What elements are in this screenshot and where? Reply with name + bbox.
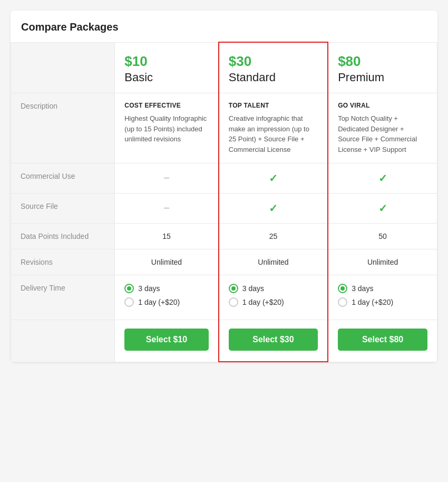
standard-3day-radio[interactable]	[229, 284, 238, 293]
header-standard-cell: $30 Standard	[219, 42, 328, 93]
standard-name: Standard	[229, 71, 318, 84]
button-label-cell	[11, 320, 115, 362]
basic-3day-row[interactable]: 3 days	[124, 284, 209, 293]
source-file-label: Source File	[11, 194, 115, 224]
basic-button-cell: Select $10	[115, 320, 219, 362]
standard-1day-label: 1 day (+$20)	[242, 298, 284, 306]
basic-desc-text: Highest Quality Infographic (up to 15 Po…	[124, 113, 209, 144]
standard-commercial: ✓	[219, 163, 328, 194]
premium-source: ✓	[328, 194, 437, 224]
basic-commercial: –	[115, 163, 219, 194]
data-points-row: Data Points Included 15 25 50	[11, 224, 437, 249]
premium-3day-row[interactable]: 3 days	[338, 284, 427, 293]
compare-packages-container: Compare Packages $10 Basic $30 Standard …	[11, 11, 437, 362]
basic-desc-cell: COST EFFECTIVE Highest Quality Infograph…	[115, 93, 219, 163]
premium-source-check: ✓	[378, 203, 387, 214]
standard-commercial-check: ✓	[269, 172, 278, 184]
standard-desc-title: TOP TALENT	[229, 102, 318, 109]
commercial-use-label: Commercial Use	[11, 163, 115, 194]
basic-source-dash: –	[164, 202, 169, 213]
select-premium-button[interactable]: Select $80	[338, 329, 427, 351]
standard-source: ✓	[219, 194, 328, 224]
standard-revisions: Unlimited	[219, 249, 328, 275]
premium-desc-cell: GO VIRAL Top Notch Quality + Dedicated D…	[328, 93, 437, 163]
standard-1day-radio[interactable]	[229, 297, 238, 307]
premium-desc-text: Top Notch Quality + Dedicated Designer +…	[338, 113, 427, 155]
revisions-label: Revisions	[11, 249, 115, 275]
select-basic-button[interactable]: Select $10	[124, 329, 209, 351]
header-premium-cell: $80 Premium	[328, 42, 437, 93]
standard-button-cell: Select $30	[219, 320, 328, 362]
basic-delivery-cell: 3 days 1 day (+$20)	[115, 275, 219, 320]
premium-price: $80	[338, 53, 427, 70]
revisions-row: Revisions Unlimited Unlimited Unlimited	[11, 249, 437, 275]
basic-1day-row[interactable]: 1 day (+$20)	[124, 297, 209, 307]
premium-data-points: 50	[328, 224, 437, 249]
compare-title: Compare Packages	[11, 11, 437, 42]
header-row: $10 Basic $30 Standard $80 Premium	[11, 42, 437, 93]
standard-price: $30	[229, 53, 318, 70]
button-row: Select $10 Select $30 Select $80	[11, 320, 437, 362]
standard-1day-row[interactable]: 1 day (+$20)	[229, 297, 318, 307]
commercial-use-row: Commercial Use – ✓ ✓	[11, 163, 437, 194]
header-basic-cell: $10 Basic	[115, 42, 219, 93]
standard-3day-label: 3 days	[242, 284, 264, 293]
select-standard-button[interactable]: Select $30	[229, 329, 318, 351]
delivery-time-label: Delivery Time	[11, 275, 115, 320]
standard-delivery-cell: 3 days 1 day (+$20)	[219, 275, 328, 320]
premium-1day-row[interactable]: 1 day (+$20)	[338, 297, 427, 307]
basic-3day-radio[interactable]	[124, 284, 134, 293]
standard-source-check: ✓	[269, 203, 278, 214]
basic-desc-title: COST EFFECTIVE	[124, 102, 209, 109]
premium-button-cell: Select $80	[328, 320, 437, 362]
basic-data-points: 15	[115, 224, 219, 249]
premium-name: Premium	[338, 71, 427, 84]
basic-name: Basic	[124, 71, 209, 84]
premium-1day-radio[interactable]	[338, 297, 347, 307]
delivery-time-row: Delivery Time 3 days 1 day (+$20) 3 days	[11, 275, 437, 320]
source-file-row: Source File – ✓ ✓	[11, 194, 437, 224]
standard-data-points: 25	[219, 224, 328, 249]
standard-desc-text: Creative infographic that make an impres…	[229, 113, 318, 155]
basic-3day-label: 3 days	[138, 284, 160, 293]
description-label: Description	[11, 93, 115, 163]
premium-desc-title: GO VIRAL	[338, 102, 427, 109]
premium-delivery-cell: 3 days 1 day (+$20)	[328, 275, 437, 320]
basic-price: $10	[124, 53, 209, 70]
standard-desc-cell: TOP TALENT Creative infographic that mak…	[219, 93, 328, 163]
basic-1day-label: 1 day (+$20)	[138, 298, 180, 306]
premium-revisions: Unlimited	[328, 249, 437, 275]
basic-revisions: Unlimited	[115, 249, 219, 275]
basic-commercial-dash: –	[164, 172, 169, 182]
data-points-label: Data Points Included	[11, 224, 115, 249]
basic-1day-radio[interactable]	[124, 297, 134, 307]
standard-3day-row[interactable]: 3 days	[229, 284, 318, 293]
description-row: Description COST EFFECTIVE Highest Quali…	[11, 93, 437, 163]
basic-source: –	[115, 194, 219, 224]
premium-commercial-check: ✓	[378, 172, 387, 184]
header-label-cell	[11, 42, 115, 93]
premium-3day-label: 3 days	[352, 284, 373, 293]
premium-3day-radio[interactable]	[338, 284, 347, 293]
premium-commercial: ✓	[328, 163, 437, 194]
premium-1day-label: 1 day (+$20)	[352, 298, 393, 306]
